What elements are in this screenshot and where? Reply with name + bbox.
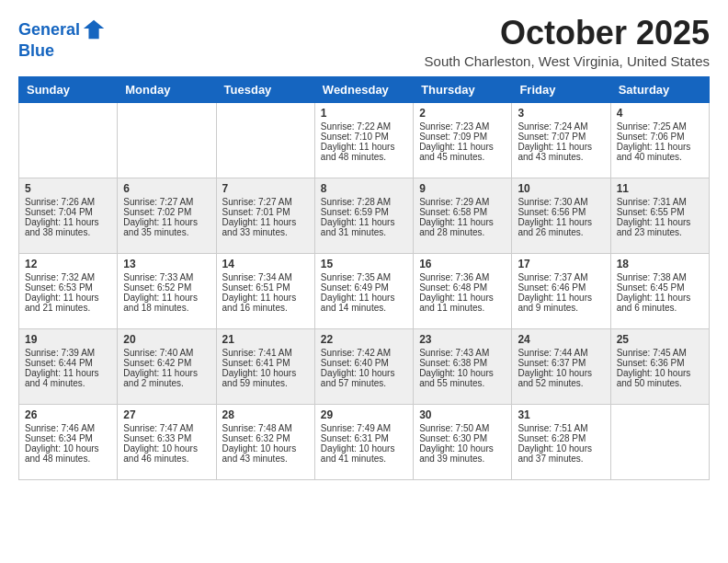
table-row: 31 Sunrise: 7:51 AM Sunset: 6:28 PM Dayl… <box>512 404 610 479</box>
table-row: 10 Sunrise: 7:30 AM Sunset: 6:56 PM Dayl… <box>512 178 610 253</box>
sunset-text: Sunset: 6:42 PM <box>123 358 191 368</box>
sunset-text: Sunset: 6:55 PM <box>617 207 685 217</box>
table-row: 8 Sunrise: 7:28 AM Sunset: 6:59 PM Dayli… <box>314 178 413 253</box>
sunrise-text: Sunrise: 7:47 AM <box>123 423 193 433</box>
col-thursday: Thursday <box>414 76 512 102</box>
table-row: 19 Sunrise: 7:39 AM Sunset: 6:44 PM Dayl… <box>19 328 118 404</box>
table-row: 18 Sunrise: 7:38 AM Sunset: 6:45 PM Dayl… <box>610 253 709 328</box>
daylight-text: Daylight: 10 hours and 55 minutes. <box>419 368 494 388</box>
daylight-text: Daylight: 10 hours and 50 minutes. <box>617 368 691 388</box>
table-row: 12 Sunrise: 7:32 AM Sunset: 6:53 PM Dayl… <box>19 253 118 328</box>
sunrise-text: Sunrise: 7:51 AM <box>518 423 587 433</box>
sunset-text: Sunset: 7:01 PM <box>222 207 290 217</box>
day-number: 25 <box>617 333 703 346</box>
col-sunday: Sunday <box>19 76 118 102</box>
daylight-text: Daylight: 11 hours and 31 minutes. <box>321 217 395 237</box>
sunrise-text: Sunrise: 7:30 AM <box>518 197 587 207</box>
col-saturday: Saturday <box>610 76 709 102</box>
calendar-header-row: Sunday Monday Tuesday Wednesday Thursday… <box>19 76 710 102</box>
table-row: 11 Sunrise: 7:31 AM Sunset: 6:55 PM Dayl… <box>610 178 709 253</box>
daylight-text: Daylight: 11 hours and 9 minutes. <box>518 293 592 313</box>
table-row: 27 Sunrise: 7:47 AM Sunset: 6:33 PM Dayl… <box>118 404 216 479</box>
sunrise-text: Sunrise: 7:48 AM <box>222 423 292 433</box>
sunrise-text: Sunrise: 7:49 AM <box>321 423 391 433</box>
sunrise-text: Sunrise: 7:39 AM <box>25 348 95 358</box>
sunrise-text: Sunrise: 7:29 AM <box>419 197 489 207</box>
day-number: 10 <box>518 182 604 195</box>
daylight-text: Daylight: 11 hours and 48 minutes. <box>321 142 395 162</box>
table-row: 17 Sunrise: 7:37 AM Sunset: 6:46 PM Dayl… <box>512 253 610 328</box>
table-row: 23 Sunrise: 7:43 AM Sunset: 6:38 PM Dayl… <box>414 328 512 404</box>
daylight-text: Daylight: 11 hours and 43 minutes. <box>518 142 592 162</box>
day-number: 5 <box>25 182 111 195</box>
table-row: 21 Sunrise: 7:41 AM Sunset: 6:41 PM Dayl… <box>216 328 314 404</box>
daylight-text: Daylight: 10 hours and 46 minutes. <box>123 443 198 464</box>
day-number: 21 <box>222 333 309 346</box>
sunset-text: Sunset: 6:40 PM <box>321 358 389 368</box>
sunset-text: Sunset: 6:45 PM <box>617 282 685 293</box>
sunset-text: Sunset: 6:52 PM <box>123 282 191 293</box>
sunset-text: Sunset: 7:09 PM <box>419 132 487 142</box>
day-number: 12 <box>25 258 111 270</box>
table-row <box>216 102 314 178</box>
calendar-week-row: 19 Sunrise: 7:39 AM Sunset: 6:44 PM Dayl… <box>19 328 710 404</box>
sunrise-text: Sunrise: 7:27 AM <box>222 197 292 207</box>
day-number: 13 <box>123 258 210 270</box>
daylight-text: Daylight: 11 hours and 23 minutes. <box>617 217 691 237</box>
day-number: 18 <box>617 258 703 270</box>
table-row: 7 Sunrise: 7:27 AM Sunset: 7:01 PM Dayli… <box>216 178 314 253</box>
day-number: 27 <box>123 408 210 421</box>
svg-marker-0 <box>84 20 104 40</box>
month-title: October 2025 <box>425 15 710 52</box>
table-row: 28 Sunrise: 7:48 AM Sunset: 6:32 PM Dayl… <box>216 404 314 479</box>
table-row: 6 Sunrise: 7:27 AM Sunset: 7:02 PM Dayli… <box>118 178 216 253</box>
daylight-text: Daylight: 11 hours and 40 minutes. <box>617 142 691 162</box>
sunset-text: Sunset: 7:07 PM <box>518 132 586 142</box>
logo-text2: Blue <box>18 42 108 61</box>
sunrise-text: Sunrise: 7:27 AM <box>123 197 193 207</box>
sunset-text: Sunset: 7:10 PM <box>321 132 389 142</box>
daylight-text: Daylight: 11 hours and 35 minutes. <box>123 217 198 237</box>
day-number: 17 <box>518 258 604 270</box>
day-number: 4 <box>617 107 703 120</box>
sunset-text: Sunset: 6:28 PM <box>518 433 586 443</box>
table-row: 1 Sunrise: 7:22 AM Sunset: 7:10 PM Dayli… <box>314 102 413 178</box>
sunrise-text: Sunrise: 7:23 AM <box>419 121 489 132</box>
sunrise-text: Sunrise: 7:34 AM <box>222 272 292 282</box>
sunset-text: Sunset: 6:53 PM <box>25 282 93 293</box>
daylight-text: Daylight: 11 hours and 28 minutes. <box>419 217 494 237</box>
col-wednesday: Wednesday <box>314 76 413 102</box>
daylight-text: Daylight: 11 hours and 16 minutes. <box>222 293 297 313</box>
sunset-text: Sunset: 6:38 PM <box>419 358 487 368</box>
day-number: 30 <box>419 408 506 421</box>
sunrise-text: Sunrise: 7:25 AM <box>617 121 687 132</box>
daylight-text: Daylight: 11 hours and 26 minutes. <box>518 217 592 237</box>
table-row: 24 Sunrise: 7:44 AM Sunset: 6:37 PM Dayl… <box>512 328 610 404</box>
day-number: 6 <box>123 182 210 195</box>
table-row <box>610 404 709 479</box>
daylight-text: Daylight: 10 hours and 52 minutes. <box>518 368 592 388</box>
sunset-text: Sunset: 6:30 PM <box>419 433 487 443</box>
sunrise-text: Sunrise: 7:45 AM <box>617 348 687 358</box>
col-monday: Monday <box>118 76 216 102</box>
sunrise-text: Sunrise: 7:50 AM <box>419 423 489 433</box>
sunrise-text: Sunrise: 7:36 AM <box>419 272 489 282</box>
logo-icon <box>82 17 108 42</box>
sunrise-text: Sunrise: 7:22 AM <box>321 121 391 132</box>
sunrise-text: Sunrise: 7:40 AM <box>123 348 193 358</box>
sunrise-text: Sunrise: 7:24 AM <box>518 121 587 132</box>
col-friday: Friday <box>512 76 610 102</box>
calendar-week-row: 12 Sunrise: 7:32 AM Sunset: 6:53 PM Dayl… <box>19 253 710 328</box>
day-number: 15 <box>321 258 407 270</box>
day-number: 14 <box>222 258 309 270</box>
sunset-text: Sunset: 7:04 PM <box>25 207 93 217</box>
table-row: 30 Sunrise: 7:50 AM Sunset: 6:30 PM Dayl… <box>414 404 512 479</box>
sunset-text: Sunset: 6:31 PM <box>321 433 389 443</box>
sunrise-text: Sunrise: 7:35 AM <box>321 272 391 282</box>
table-row: 5 Sunrise: 7:26 AM Sunset: 7:04 PM Dayli… <box>19 178 118 253</box>
subtitle: South Charleston, West Virginia, United … <box>425 53 710 69</box>
daylight-text: Daylight: 10 hours and 43 minutes. <box>222 443 297 464</box>
sunrise-text: Sunrise: 7:38 AM <box>617 272 687 282</box>
sunset-text: Sunset: 6:41 PM <box>222 358 290 368</box>
sunrise-text: Sunrise: 7:44 AM <box>518 348 587 358</box>
